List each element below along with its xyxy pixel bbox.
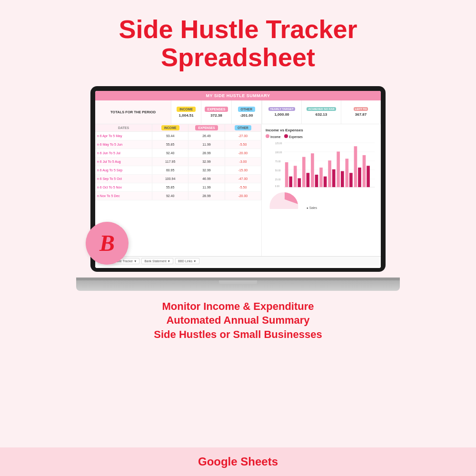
- ss-totals-label: TOTALS FOR THE PERIOD: [95, 100, 171, 124]
- row-date: n 6 Apr To 5 May: [95, 132, 152, 140]
- svg-rect-16: [298, 178, 301, 187]
- row-other: -47.00: [225, 175, 261, 183]
- laptop-screen: MY SIDE HUSTLE SUMMARY TOTALS FOR THE PE…: [95, 91, 381, 268]
- expenses-total: 372.38: [210, 113, 222, 118]
- row-expenses: 46.99: [188, 175, 225, 183]
- svg-text:0.00: 0.00: [275, 185, 280, 188]
- svg-rect-19: [307, 173, 310, 187]
- table-row: n 6 Oct To 5 Nov 55.85 11.99 -5.50: [95, 183, 261, 192]
- th-dates: DATES: [95, 124, 152, 131]
- row-date: n 6 Aug To 5 Sep: [95, 166, 152, 174]
- row-other: -27.00: [225, 132, 261, 140]
- row-expenses: 26.49: [188, 132, 225, 140]
- yearly-tag: YEARLY TARGET: [268, 107, 295, 111]
- row-income: 55.85: [152, 183, 188, 191]
- svg-text:50.00: 50.00: [275, 169, 281, 172]
- svg-rect-31: [341, 171, 344, 187]
- income-tag: INCOME: [177, 107, 196, 112]
- row-income: 92.40: [152, 149, 188, 157]
- th-income: INCOME: [161, 125, 179, 130]
- ss-col-expenses: EXPENSES 372.38: [201, 100, 231, 124]
- expenses-tag: EXPENSES: [205, 107, 228, 112]
- row-expenses: 28.99: [188, 149, 225, 157]
- row-date: n 6 May To 5 Jun: [95, 140, 152, 149]
- row-other: -15.00: [225, 166, 261, 174]
- pie-chart-area: ● Sales: [266, 190, 377, 209]
- tab-bank[interactable]: Bank Statement ▼: [141, 258, 173, 264]
- legend-expenses: Expenses: [284, 134, 303, 139]
- ss-col-other: OTHER -201.00: [232, 100, 262, 124]
- title-line1: Side Hustle Tracker: [119, 15, 357, 43]
- svg-text:75.00: 75.00: [275, 160, 281, 162]
- svg-rect-40: [367, 166, 370, 187]
- feature-line-1: Monitor Income & Expenditure: [154, 299, 322, 314]
- ss-yearly-section: YEARLY TARGET 1,000.00 ACHIEVED SO FAR 6…: [262, 100, 381, 124]
- svg-rect-36: [354, 146, 357, 187]
- row-income: 93.44: [152, 132, 188, 140]
- svg-rect-39: [363, 155, 366, 187]
- title-section: Side Hustle Tracker Spreadsheet: [109, 0, 367, 81]
- feature-line-3: Side Hustles or Small Businesses: [154, 327, 322, 342]
- left-val: 367.87: [355, 112, 367, 117]
- ss-header: MY SIDE HUSTLE SUMMARY: [95, 91, 381, 100]
- svg-rect-30: [337, 151, 340, 187]
- svg-rect-25: [324, 176, 327, 187]
- other-total: -201.00: [240, 113, 253, 118]
- table-row: n 6 Jul To 5 Aug 117.95 32.99 -3.00: [95, 158, 261, 166]
- svg-rect-37: [358, 168, 361, 187]
- chart-legend: Income Expenses: [266, 134, 377, 139]
- table-row: n 6 Sep To 5 Oct 100.94 46.99 -47.00: [95, 175, 261, 183]
- row-date: n 6 Sep To 5 Oct: [95, 175, 152, 183]
- table-row: n 6 Jun To 5 Jul 92.40 28.99 -20.00: [95, 149, 261, 158]
- svg-rect-18: [302, 157, 306, 187]
- ss-tabs: My Side Hustle Tracker ▼ Bank Statement …: [95, 256, 381, 266]
- svg-rect-12: [285, 162, 288, 187]
- svg-rect-22: [315, 175, 318, 187]
- legend-income: Income: [266, 134, 280, 139]
- row-expenses: 11.99: [188, 140, 225, 149]
- chart-title: Income vs Expenses: [266, 128, 377, 132]
- th-expenses: EXPENSES: [195, 125, 218, 130]
- pie-legend: ● Sales: [307, 206, 317, 209]
- title-line2: Spreadsheet: [161, 43, 315, 71]
- row-other: -20.00: [225, 192, 261, 200]
- svg-text:125.00: 125.00: [275, 142, 282, 144]
- tab-links[interactable]: BBD Links ▼: [175, 258, 199, 264]
- svg-text:25.00: 25.00: [275, 178, 281, 181]
- ss-top-cols: INCOME 1,004.51 EXPENSES 372.38 OTHER -2…: [171, 100, 262, 124]
- svg-rect-34: [349, 173, 353, 187]
- yearly-val: 1,000.00: [274, 112, 289, 117]
- table-row: n Nov To 5 Dec 92.40 28.99 -20.00: [95, 192, 261, 200]
- row-other: -5.50: [225, 140, 261, 149]
- brand-badge: B: [86, 222, 129, 265]
- row-other: -5.50: [225, 183, 261, 191]
- left-to: LEFT TO 367.87: [341, 100, 381, 124]
- table-row: n 6 Apr To 5 May 93.44 26.49 -27.00: [95, 132, 261, 140]
- svg-rect-24: [319, 168, 323, 187]
- row-expenses: 32.99: [188, 166, 225, 174]
- laptop-screen-outer: MY SIDE HUSTLE SUMMARY TOTALS FOR THE PE…: [90, 86, 386, 272]
- ss-table-header: DATES INCOME EXPENSES OTHER: [95, 124, 261, 132]
- laptop-base: [76, 280, 400, 291]
- achieved-tag: ACHIEVED SO FAR: [307, 107, 336, 111]
- footer-text: Google Sheets: [198, 455, 278, 468]
- table-row: n 6 May To 5 Jun 55.85 11.99 -5.50: [95, 140, 261, 149]
- laptop-container: MY SIDE HUSTLE SUMMARY TOTALS FOR THE PE…: [76, 86, 400, 291]
- row-date: n 6 Oct To 5 Nov: [95, 183, 152, 191]
- pie-chart-svg: [266, 190, 304, 209]
- main-title: Side Hustle Tracker Spreadsheet: [119, 15, 357, 72]
- svg-rect-27: [328, 160, 331, 187]
- row-expenses: 28.99: [188, 192, 225, 200]
- row-income: 92.40: [152, 192, 188, 200]
- svg-rect-21: [311, 153, 314, 187]
- feature-line-2: Automated Annual Summary: [154, 313, 322, 327]
- ss-top-row: TOTALS FOR THE PERIOD INCOME 1,004.51 EX…: [95, 100, 381, 124]
- row-date: n 6 Jul To 5 Aug: [95, 158, 152, 166]
- yearly-target: YEARLY TARGET 1,000.00: [262, 100, 302, 124]
- achieved-so-far: ACHIEVED SO FAR 632.13: [302, 100, 341, 124]
- income-total: 1,004.51: [179, 113, 194, 118]
- left-tag: LEFT TO: [354, 107, 368, 111]
- features-section: Monitor Income & Expenditure Automated A…: [154, 299, 322, 342]
- ss-main: DATES INCOME EXPENSES OTHER: [95, 124, 381, 256]
- footer-bar: Google Sheets: [0, 447, 476, 476]
